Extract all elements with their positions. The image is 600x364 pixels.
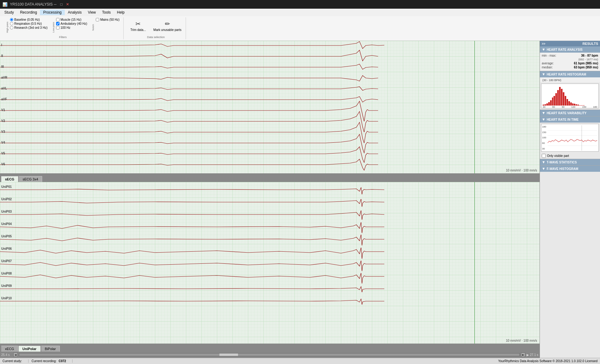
scroll-right-time: ▶ 27.1 s	[527, 353, 538, 357]
hr-minmax-row: min - max: 36 - 87 bpm	[542, 54, 598, 57]
lead-aVL: aVL	[1, 87, 7, 90]
menu-analysis[interactable]: Analysis	[65, 10, 85, 15]
histogram-bar-5	[552, 98, 554, 106]
titlebar-title: YRS100 DATA ANALYSIS	[10, 2, 53, 6]
hrv-header[interactable]: ▼ HEART RATE VARIABILITY	[540, 110, 600, 116]
only-visible-checkbox[interactable]	[542, 154, 546, 158]
trim-data-button[interactable]: ✂ Trim data...	[128, 19, 148, 33]
menu-view[interactable]: View	[85, 10, 99, 15]
titlebar: 📊 YRS100 DATA ANALYSIS ─ □ ✕	[0, 0, 600, 9]
ecg-tab-secg[interactable]: sECG	[1, 176, 18, 182]
hr-range: (692 - 1677 ms)	[542, 58, 598, 61]
histogram-bar-10	[561, 89, 562, 106]
filters-group: High-pass Baseline (0.05 Hz) Respiration…	[2, 17, 124, 39]
hr-time-chart: 180 150 100 60 30	[541, 124, 599, 152]
histogram-bar-13	[567, 99, 568, 106]
lead-unip10: UniP10	[1, 297, 12, 300]
histogram-bar-2	[546, 103, 548, 106]
toolbar: High-pass Baseline (0.05 Hz) Respiration…	[0, 16, 600, 41]
mark-unusable-button[interactable]: ✏ Mark unusable parts	[151, 19, 184, 33]
statusbar: Current study: Current recording: C072 Y…	[0, 358, 600, 364]
hr-time-header[interactable]: ▼ HEART RATE IN TIME	[540, 116, 600, 123]
hr-time-y-labels: 180 150 100 60 30	[542, 124, 546, 151]
highpass-research[interactable]: Research (3rd ord 3 Hz)	[10, 26, 47, 29]
lowpass-100hz[interactable]: 100 Hz	[56, 26, 87, 29]
menu-recording[interactable]: Recording	[17, 10, 40, 15]
scrollbar-area: 25.4 s ◀ ▶ ▶ 27.1 s	[0, 352, 540, 358]
ecg-upper-panel[interactable]: I II III aVR aVL aVF V1 V2 V3 V4 V5 V6	[0, 41, 540, 174]
ecg-lower-panel[interactable]: UniP01 UniP02 UniP03 UniP04 UniP05 UniP0…	[0, 182, 540, 344]
histogram-bar-19	[577, 105, 579, 106]
current-study-section: Current study:	[2, 359, 29, 363]
ecg-tab-secg3x4[interactable]: sECG 3x4	[19, 176, 42, 182]
lead-III: III	[1, 65, 4, 68]
restore-button[interactable]: □	[59, 2, 64, 7]
app-icon: 📊	[2, 2, 7, 7]
current-study-label: Current study:	[2, 359, 22, 363]
f-wave-header[interactable]: ▼ F-WAVE HISTOGRAM	[540, 166, 600, 172]
scroll-left-time: 25.4 s	[1, 353, 12, 357]
data-selection-group: ✂ Trim data... ✏ Mark unusable parts Dat…	[126, 17, 186, 39]
lead-unip01: UniP01	[1, 185, 12, 188]
lead-aVF: aVF	[1, 98, 7, 101]
histogram-bar-12	[565, 96, 566, 106]
menu-study[interactable]: Study	[1, 10, 17, 15]
lead-unip05: UniP05	[1, 235, 12, 238]
scroll-thumb[interactable]	[219, 353, 238, 356]
close-button[interactable]: ✕	[65, 2, 70, 7]
lead-unip04: UniP04	[1, 222, 12, 226]
highpass-baseline[interactable]: Baseline (0.05 Hz)	[10, 18, 47, 21]
scroll-left-arrow[interactable]: ◀	[13, 353, 18, 357]
minimize-button[interactable]: ─	[53, 2, 58, 7]
hr-time-svg	[548, 125, 597, 151]
vertical-indicator-lower	[474, 182, 475, 344]
histogram-bar-11	[563, 92, 564, 106]
ecg-traces-lower	[0, 182, 540, 344]
bottom-tab-unipolar[interactable]: UniPolar	[19, 346, 40, 352]
notch-label: Notch	[92, 24, 95, 31]
lowpass-ambulatory[interactable]: Ambulatory (40 Hz)	[56, 22, 87, 25]
menu-tools[interactable]: Tools	[99, 10, 114, 15]
results-header[interactable]: >> RESULTS	[540, 41, 600, 46]
filters-label: Filters	[2, 36, 123, 39]
data-selection-label: Data selection	[126, 36, 186, 39]
histogram-bar-16	[572, 103, 574, 106]
trim-icon: ✂	[135, 20, 141, 28]
lead-unip02: UniP02	[1, 197, 12, 201]
hr-time-label: HEART RATE IN TIME	[547, 118, 579, 121]
lead-V2: V2	[1, 119, 5, 123]
hr-histogram-expand: ▼	[542, 72, 545, 76]
menu-processing[interactable]: Processing	[40, 10, 64, 15]
hr-histogram-range: (30 - 180 BPM)	[540, 77, 600, 82]
ecg-area: I II III aVR aVL aVF V1 V2 V3 V4 V5 V6	[0, 41, 540, 358]
highpass-respiration[interactable]: Respiration (0.5 Hz)	[10, 22, 47, 25]
hr-analysis-header[interactable]: ▼ HEART RATE ANALYSIS	[540, 46, 600, 53]
notch-mains[interactable]: Mains (50 Hz)	[96, 18, 119, 21]
hr-histogram-header[interactable]: ▼ HEART RATE HISTOGRAM	[540, 71, 600, 77]
hrv-label: HEART RATE VARIABILITY	[547, 111, 587, 115]
histogram-bars	[541, 84, 598, 106]
hr-median-label: median:	[542, 66, 553, 69]
lead-unip08: UniP08	[1, 272, 12, 275]
f-wave-label: F-WAVE HISTOGRAM	[547, 167, 578, 171]
histogram-bar-7	[555, 93, 557, 106]
t-wave-header[interactable]: ▼ T-WAVE STATISTICS	[540, 159, 600, 165]
lowpass-muscle[interactable]: Muscle (15 Hz)	[56, 18, 87, 21]
highpass-options: Baseline (0.05 Hz) Respiration (0.5 Hz) …	[10, 18, 47, 29]
histogram-bar-15	[570, 102, 572, 106]
scroll-track[interactable]	[19, 353, 520, 356]
scale-label-lower: 10 mm/mV · 100 mm/s	[506, 339, 537, 342]
scale-label-upper: 10 mm/mV · 100 mm/s	[506, 169, 537, 172]
bottom-tab-bipolar[interactable]: BiPolar	[41, 346, 60, 352]
lead-aVR: aVR	[1, 76, 7, 79]
menu-help[interactable]: Help	[114, 10, 128, 15]
hr-median-row: median: 63 bpm (959 ms)	[542, 66, 598, 69]
titlebar-controls: ─ □ ✕	[53, 2, 70, 7]
svg-rect-0	[548, 125, 597, 151]
hr-minmax-label: min - max:	[542, 54, 556, 57]
current-recording-section: Current recording: C072	[32, 359, 73, 363]
bottom-tab-xecg[interactable]: xECG	[1, 346, 18, 352]
hr-minmax-value: 36 - 87 bpm	[581, 54, 598, 57]
scroll-right-arrow[interactable]: ▶	[521, 353, 525, 357]
hr-histogram-chart: 30 60 90 120 150 180	[541, 84, 599, 108]
